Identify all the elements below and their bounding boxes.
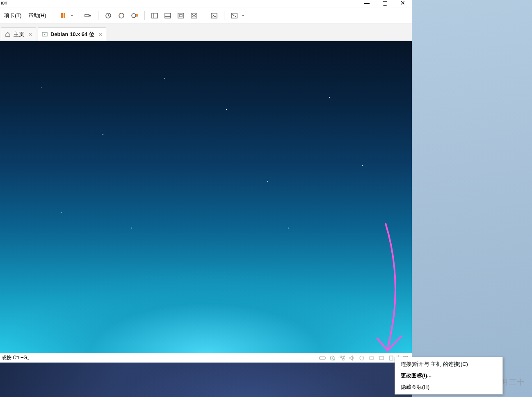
unity-single-button[interactable] [162, 10, 174, 21]
svg-rect-12 [180, 14, 182, 17]
snapshot-manager-button[interactable] [129, 10, 140, 21]
stretch-icon [191, 13, 197, 18]
vm-viewport[interactable] [0, 41, 412, 353]
close-button[interactable]: ✕ [394, 0, 412, 7]
titlebar[interactable]: ion — ▢ ✕ [0, 0, 412, 7]
svg-rect-3 [89, 15, 91, 16]
menubar: 项卡(T) 帮助(H) ▾ [0, 7, 412, 24]
tab-debian-label: Debian 10.x 64 位 [50, 31, 94, 38]
svg-rect-17 [231, 13, 237, 18]
svg-point-21 [332, 357, 333, 358]
separator [53, 11, 53, 20]
fit-icon [178, 13, 184, 18]
ctx-change-icon[interactable]: 更改图标(I)... [395, 370, 502, 381]
layout-split-icon [151, 13, 158, 18]
tray-disk-icon[interactable] [318, 354, 327, 363]
statusbar: 或按 Ctrl+G。 [0, 353, 412, 363]
ctx-hide-icon[interactable]: 隐藏图标(H) [395, 381, 502, 393]
vm-running-icon [41, 31, 48, 38]
chevron-down-icon: ▾ [70, 13, 75, 18]
svg-rect-9 [165, 13, 171, 18]
menu-help[interactable]: 帮助(H) [25, 10, 50, 21]
tray-printer-icon[interactable] [367, 354, 376, 363]
pause-icon [60, 12, 66, 19]
separator [204, 11, 204, 20]
separator [98, 11, 98, 20]
svg-rect-23 [340, 356, 342, 358]
tabbar: 主页 ✕ Debian 10.x 64 位 ✕ [0, 24, 412, 41]
minimize-button[interactable]: — [358, 0, 376, 7]
svg-rect-0 [61, 13, 63, 18]
menu-tabs[interactable]: 项卡(T) [1, 10, 25, 21]
svg-point-22 [333, 359, 335, 360]
svg-rect-11 [178, 13, 184, 18]
separator [224, 11, 224, 20]
tray-cd-icon[interactable] [328, 354, 337, 363]
host-desktop-bottom [0, 363, 412, 397]
usb-icon [84, 12, 92, 19]
clock-revert-icon [118, 12, 125, 19]
clock-icon [105, 12, 112, 19]
tab-close-icon[interactable]: ✕ [28, 32, 32, 37]
host-desktop-right [412, 0, 532, 397]
fit-guest-button[interactable] [175, 10, 187, 21]
vmware-window: ion — ▢ ✕ 项卡(T) 帮助(H) ▾ [0, 0, 412, 363]
separator [144, 11, 145, 20]
svg-rect-1 [64, 13, 65, 18]
tray-sound-icon[interactable] [347, 354, 356, 363]
unity-seamless-button[interactable] [149, 10, 160, 21]
snapshot-take-button[interactable] [103, 10, 114, 21]
clock-list-icon [131, 12, 138, 19]
svg-point-26 [360, 356, 364, 360]
tray-usb-icon[interactable] [357, 354, 366, 363]
tray-hdd-icon[interactable] [377, 354, 386, 363]
ctx-connect[interactable]: 连接(断开与 主机 的连接)(C) [395, 358, 502, 370]
tab-debian[interactable]: Debian 10.x 64 位 ✕ [38, 27, 106, 41]
usb-connect-button[interactable] [82, 10, 94, 21]
tab-home[interactable]: 主页 ✕ [1, 27, 36, 41]
svg-rect-19 [320, 357, 325, 359]
svg-rect-7 [152, 13, 158, 18]
chevron-down-icon: ▾ [241, 13, 246, 18]
console-icon [211, 13, 217, 18]
pause-button[interactable]: ▾ [57, 10, 75, 21]
tab-home-label: 主页 [14, 31, 24, 38]
svg-rect-28 [379, 356, 384, 360]
tab-close-icon[interactable]: ✕ [98, 32, 103, 37]
fullscreen-icon [231, 13, 237, 18]
svg-rect-2 [85, 14, 89, 17]
svg-point-25 [343, 356, 345, 357]
svg-rect-27 [370, 357, 374, 359]
separator [78, 11, 78, 20]
console-button[interactable] [208, 10, 220, 21]
guest-desktop-glow [0, 230, 412, 353]
maximize-button[interactable]: ▢ [376, 0, 394, 7]
status-hint: 或按 Ctrl+G。 [2, 354, 32, 361]
snapshot-revert-button[interactable] [116, 10, 127, 21]
tray-network-icon[interactable] [338, 354, 347, 363]
svg-point-6 [132, 14, 136, 18]
svg-point-5 [119, 13, 124, 18]
home-icon [5, 31, 11, 38]
svg-rect-29 [390, 356, 393, 360]
stretch-guest-button[interactable] [188, 10, 200, 21]
layout-bottom-icon [164, 13, 171, 18]
context-menu: 连接(断开与 主机 的连接)(C) 更改图标(I)... 隐藏图标(H) [395, 357, 503, 395]
fullscreen-button[interactable]: ▾ [228, 10, 246, 21]
window-controls: — ▢ ✕ [358, 0, 412, 7]
titlebar-fragment: ion [0, 0, 7, 6]
